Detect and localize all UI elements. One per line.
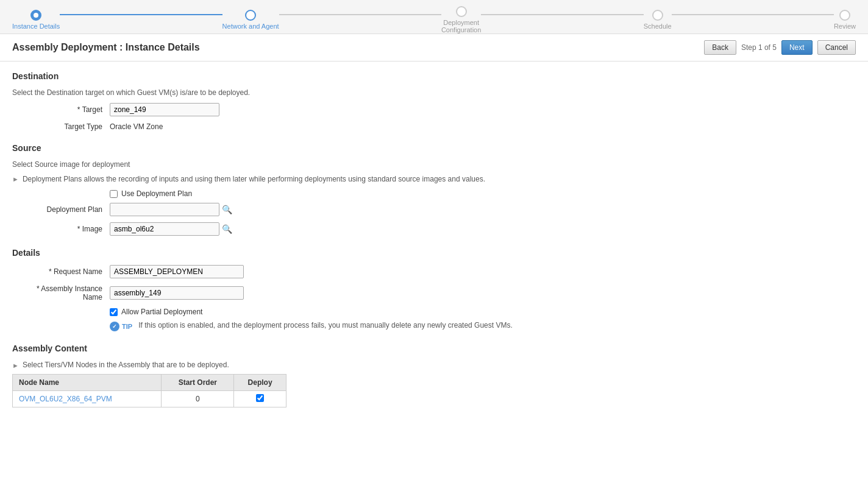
- tip-row: ✓ TIP If this option is enabled, and the…: [110, 321, 856, 331]
- step-label-2: Network and Agent: [222, 23, 279, 30]
- step-label-3: DeploymentConfiguration: [441, 19, 481, 33]
- step-circle-4: [652, 10, 663, 21]
- target-type-value: Oracle VM Zone: [110, 122, 163, 131]
- target-input[interactable]: [110, 103, 219, 116]
- col-node-name: Node Name: [13, 375, 162, 391]
- hint-arrow-icon: ►: [12, 175, 19, 183]
- step-circle-2: [245, 10, 256, 21]
- use-deployment-plan-checkbox[interactable]: [110, 190, 118, 198]
- page-header: Assembly Deployment : Instance Details B…: [0, 34, 868, 62]
- request-name-row: * Request Name: [12, 265, 856, 278]
- step-label-4: Schedule: [644, 23, 672, 30]
- deployment-plan-row: Deployment Plan 🔍: [12, 203, 856, 216]
- assembly-table: Node Name Start Order Deploy OVM_OL6U2_X…: [12, 374, 286, 407]
- assembly-instance-row: * Assembly InstanceName: [12, 284, 856, 301]
- deployment-plan-label: Deployment Plan: [12, 205, 110, 214]
- assembly-instance-label: * Assembly InstanceName: [12, 284, 110, 301]
- target-label: * Target: [12, 105, 110, 114]
- col-start-order: Start Order: [162, 375, 234, 391]
- tip-label: TIP: [122, 323, 132, 330]
- cancel-button[interactable]: Cancel: [817, 40, 856, 55]
- node-name-cell: OVM_OL6U2_X86_64_PVM: [13, 391, 162, 407]
- step-network-agent[interactable]: Network and Agent: [222, 10, 279, 30]
- next-button[interactable]: Next: [781, 40, 813, 55]
- destination-section: Destination Select the Destination targe…: [12, 71, 856, 131]
- image-row: * Image 🔍: [12, 222, 856, 236]
- step-label-5: Review: [834, 23, 856, 30]
- step-deployment-config[interactable]: DeploymentConfiguration: [441, 6, 481, 33]
- step-label-1: Instance Details: [12, 23, 60, 30]
- source-section: Source Select Source image for deploymen…: [12, 143, 856, 236]
- source-title: Source: [12, 143, 856, 155]
- table-row: OVM_OL6U2_X86_64_PVM 0: [13, 391, 286, 407]
- step-schedule[interactable]: Schedule: [644, 10, 672, 30]
- request-name-label: * Request Name: [12, 267, 110, 276]
- step-info: Step 1 of 5: [741, 43, 777, 52]
- use-deployment-plan-row: Use Deployment Plan: [110, 189, 856, 198]
- image-search-button[interactable]: 🔍: [219, 223, 235, 235]
- back-button[interactable]: Back: [704, 40, 736, 55]
- tip-text: If this option is enabled, and the deplo…: [138, 321, 513, 330]
- assembly-hint-text: Select Tiers/VM Nodes in the Assembly th…: [23, 361, 229, 369]
- connector-2: [279, 14, 441, 15]
- destination-title: Destination: [12, 71, 856, 83]
- svg-point-0: [34, 13, 38, 18]
- deploy-cell: [234, 391, 286, 407]
- step-circle-5: [839, 10, 850, 21]
- details-title: Details: [12, 248, 856, 260]
- assembly-instance-input[interactable]: [110, 286, 244, 300]
- target-type-label: Target Type: [12, 122, 110, 131]
- step-instance-details[interactable]: Instance Details: [12, 10, 60, 30]
- assembly-content-section: Assembly Content ► Select Tiers/VM Nodes…: [12, 344, 856, 407]
- deployment-plan-input[interactable]: [110, 203, 219, 216]
- col-deploy: Deploy: [234, 375, 286, 391]
- assembly-content-hint: ► Select Tiers/VM Nodes in the Assembly …: [12, 361, 856, 369]
- step-review[interactable]: Review: [834, 10, 856, 30]
- image-input[interactable]: [110, 222, 219, 236]
- wizard-steps: Instance Details Network and Agent Deplo…: [0, 0, 868, 34]
- hint-text: Deployment Plans allows the recording of…: [23, 175, 485, 183]
- source-subtitle: Select Source image for deployment: [12, 160, 856, 169]
- request-name-input[interactable]: [110, 265, 244, 278]
- deployment-plan-hint: ► Deployment Plans allows the recording …: [12, 175, 856, 183]
- main-content: Destination Select the Destination targe…: [0, 62, 868, 492]
- header-actions: Back Step 1 of 5 Next Cancel: [704, 40, 856, 55]
- assembly-content-title: Assembly Content: [12, 344, 856, 356]
- page-title: Assembly Deployment : Instance Details: [12, 42, 200, 53]
- node-name-link[interactable]: OVM_OL6U2_X86_64_PVM: [19, 395, 112, 403]
- target-type-row: Target Type Oracle VM Zone: [12, 122, 856, 131]
- allow-partial-checkbox[interactable]: [110, 308, 118, 316]
- use-deployment-plan-label: Use Deployment Plan: [121, 189, 192, 198]
- start-order-cell: 0: [162, 391, 234, 407]
- assembly-hint-arrow-icon: ►: [12, 362, 19, 369]
- target-row: * Target: [12, 103, 856, 116]
- details-section: Details * Request Name * Assembly Instan…: [12, 248, 856, 331]
- tip-icon: ✓: [110, 322, 119, 331]
- connector-1: [60, 14, 222, 15]
- step-circle-1: [30, 10, 41, 21]
- destination-subtitle: Select the Destination target on which G…: [12, 88, 856, 97]
- deployment-plan-search-button[interactable]: 🔍: [219, 203, 235, 216]
- allow-partial-row: Allow Partial Deployment: [110, 308, 856, 316]
- connector-3: [481, 14, 643, 15]
- connector-4: [672, 14, 834, 15]
- image-label: * Image: [12, 225, 110, 233]
- step-circle-3: [456, 6, 467, 17]
- deploy-checkbox[interactable]: [256, 394, 264, 402]
- allow-partial-label: Allow Partial Deployment: [121, 308, 202, 316]
